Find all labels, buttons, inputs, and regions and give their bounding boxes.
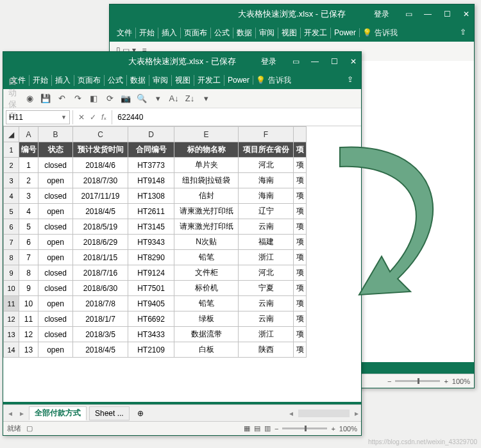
menu-formulas[interactable]: 公式 [105, 75, 127, 86]
zoom-in-icon[interactable]: + [444, 377, 448, 385]
cell[interactable]: 项 [294, 173, 307, 188]
cell[interactable]: 5 [19, 219, 38, 235]
cell[interactable]: closed [38, 327, 73, 342]
menu-formulas[interactable]: 公式 [211, 28, 233, 38]
hscrollbar[interactable] [298, 410, 350, 417]
zoom-out-icon[interactable]: − [387, 377, 391, 385]
refresh-icon[interactable]: ⟳ [105, 94, 115, 104]
tab-nav-next[interactable]: ▸ [17, 409, 26, 418]
row-header-12[interactable]: 12 [4, 311, 19, 327]
col-header-E[interactable]: E [174, 127, 239, 142]
cell[interactable]: N次贴 [174, 235, 239, 250]
row-header-14[interactable]: 14 [4, 342, 19, 358]
row-header-13[interactable]: 13 [4, 327, 19, 342]
cell[interactable]: HT8290 [128, 250, 174, 265]
col-header-C[interactable]: C [73, 127, 128, 142]
cell[interactable]: 2018/7/30 [73, 173, 128, 188]
cell[interactable]: 河北 [239, 265, 294, 281]
cell[interactable]: 数据流带 [174, 327, 239, 342]
menu-insert[interactable]: 插入 [52, 75, 74, 86]
cell[interactable]: 项 [294, 250, 307, 265]
view-pagebreak-icon[interactable]: ▥ [264, 424, 271, 433]
col-header-F[interactable]: F [239, 127, 294, 142]
cell[interactable]: 1 [19, 158, 38, 173]
row-header-8[interactable]: 8 [4, 250, 19, 265]
login-link-front[interactable]: 登录 [261, 56, 276, 67]
cell[interactable]: 2018/5/19 [73, 219, 128, 235]
cell[interactable]: HT9148 [128, 173, 174, 188]
cell[interactable]: 2018/1/15 [73, 250, 128, 265]
cell[interactable]: 文件柜 [174, 265, 239, 281]
menu-pagelayout[interactable]: 页面布 [74, 75, 105, 86]
cell[interactable]: 铅笔 [174, 296, 239, 311]
cell[interactable]: open [38, 296, 73, 311]
menu-file[interactable]: 文件 [114, 28, 136, 38]
cell[interactable]: closed [38, 311, 73, 327]
cell[interactable]: closed [38, 188, 73, 204]
cell[interactable]: 项 [294, 265, 307, 281]
cell[interactable]: 项 [294, 219, 307, 235]
fx-icon[interactable]: fₓ [101, 113, 106, 122]
cell[interactable]: 辽宁 [239, 204, 294, 219]
close-icon[interactable]: ✕ [461, 9, 471, 19]
cell[interactable]: 项 [294, 342, 307, 358]
filter-icon[interactable]: ▾ [201, 94, 211, 104]
cell[interactable]: 项 [294, 188, 307, 204]
sort-desc-icon[interactable]: Z↓ [185, 94, 195, 104]
touch-icon[interactable]: ◧ [89, 94, 99, 104]
cell[interactable]: HT9124 [128, 265, 174, 281]
cell[interactable]: 浙江 [239, 250, 294, 265]
row-header-11[interactable]: 11 [4, 296, 19, 311]
minimize-icon[interactable]: — [310, 56, 320, 67]
cell[interactable]: 6 [19, 235, 38, 250]
undo-icon[interactable]: ↶ [56, 94, 67, 104]
cell[interactable]: HT3773 [128, 158, 174, 173]
formula-value[interactable]: 622440 [112, 110, 361, 124]
cell[interactable]: 13 [19, 342, 38, 358]
cell[interactable]: 2018/6/30 [73, 281, 128, 296]
cell[interactable]: 2018/4/5 [73, 342, 128, 358]
select-all[interactable]: ◢ [4, 127, 19, 142]
cell[interactable]: 3 [19, 188, 38, 204]
cell[interactable]: 2018/3/5 [73, 327, 128, 342]
cell[interactable]: 铅笔 [174, 250, 239, 265]
cell[interactable]: 2018/7/8 [73, 296, 128, 311]
menu-developer[interactable]: 开发工 [301, 28, 331, 38]
zoom-out-icon[interactable]: − [274, 425, 278, 433]
cell[interactable]: HT6692 [128, 311, 174, 327]
cell[interactable]: 项 [294, 235, 307, 250]
cell[interactable]: 2017/11/19 [73, 188, 128, 204]
cell[interactable]: open [38, 342, 73, 358]
sheet-grid[interactable]: ◢ A B C D E F 1 编号 状态 预计发货时间 合同编号 标的物名称 … [3, 126, 307, 358]
menu-view[interactable]: 视图 [278, 28, 301, 38]
cell[interactable]: 项 [294, 311, 307, 327]
cell[interactable]: HT3145 [128, 219, 174, 235]
zoom-level[interactable]: 100% [452, 377, 470, 385]
cell[interactable]: HT1308 [128, 188, 174, 204]
cell[interactable]: 云南 [239, 311, 294, 327]
maximize-icon[interactable]: ☐ [442, 9, 452, 19]
view-normal-icon[interactable]: ▦ [244, 424, 250, 433]
cell[interactable]: 浙江 [239, 327, 294, 342]
zoom-in-icon[interactable]: + [331, 425, 335, 433]
tell-me[interactable]: 💡 告诉我 [362, 28, 398, 38]
row-header-9[interactable]: 9 [4, 265, 19, 281]
camera-icon[interactable]: 📷 [121, 94, 131, 104]
cell[interactable]: open [38, 235, 73, 250]
menu-review[interactable]: 审阅 [256, 28, 278, 38]
tell-me[interactable]: 💡 告诉我 [256, 75, 291, 86]
autosave-toggle[interactable]: ◉ [24, 94, 35, 104]
row-header-7[interactable]: 7 [4, 235, 19, 250]
more-icon[interactable]: ▾ [153, 94, 163, 104]
cell[interactable]: HT2611 [128, 204, 174, 219]
cell[interactable]: 云南 [239, 296, 294, 311]
row-header-5[interactable]: 5 [4, 204, 19, 219]
view-pagelayout-icon[interactable]: ▤ [254, 424, 260, 433]
cell[interactable]: 请柬激光打印纸 [174, 204, 239, 219]
cell[interactable]: HT9405 [128, 296, 174, 311]
cell[interactable]: 海南 [239, 173, 294, 188]
cell[interactable]: 福建 [239, 235, 294, 250]
enter-formula-icon[interactable]: ✓ [90, 113, 96, 122]
zoom-level[interactable]: 100% [339, 425, 357, 433]
cell[interactable]: 绿板 [174, 311, 239, 327]
